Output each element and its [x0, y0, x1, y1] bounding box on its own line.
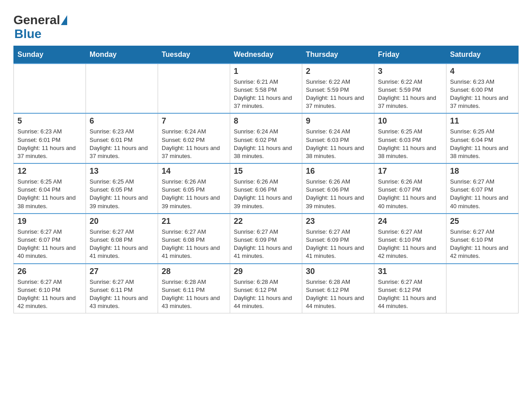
- day-info: Sunrise: 6:27 AM Sunset: 6:11 PM Dayligh…: [90, 278, 154, 311]
- day-number: 28: [162, 267, 226, 276]
- day-info: Sunrise: 6:25 AM Sunset: 6:03 PM Dayligh…: [378, 128, 442, 160]
- calendar-cell: [158, 64, 230, 114]
- header: General Blue: [13, 9, 519, 41]
- day-info: Sunrise: 6:27 AM Sunset: 6:08 PM Dayligh…: [90, 228, 154, 261]
- day-number: 15: [234, 167, 298, 176]
- calendar-cell: 8Sunrise: 6:24 AM Sunset: 6:02 PM Daylig…: [230, 113, 302, 163]
- logo-blue-text: Blue: [14, 27, 42, 41]
- calendar-week-row-4: 19Sunrise: 6:27 AM Sunset: 6:07 PM Dayli…: [14, 214, 519, 264]
- logo-triangle-icon: [61, 15, 67, 25]
- day-info: Sunrise: 6:26 AM Sunset: 6:05 PM Dayligh…: [162, 178, 226, 210]
- day-number: 27: [90, 267, 154, 276]
- calendar-cell: 10Sunrise: 6:25 AM Sunset: 6:03 PM Dayli…: [374, 113, 446, 163]
- weekday-header-wednesday: Wednesday: [230, 46, 302, 64]
- day-number: 29: [234, 267, 298, 276]
- day-info: Sunrise: 6:27 AM Sunset: 6:09 PM Dayligh…: [234, 228, 298, 261]
- calendar-cell: 22Sunrise: 6:27 AM Sunset: 6:09 PM Dayli…: [230, 214, 302, 264]
- calendar-cell: 4Sunrise: 6:23 AM Sunset: 6:00 PM Daylig…: [446, 64, 519, 114]
- weekday-header-tuesday: Tuesday: [158, 46, 230, 64]
- day-info: Sunrise: 6:22 AM Sunset: 5:59 PM Dayligh…: [306, 78, 370, 111]
- calendar-cell: 7Sunrise: 6:24 AM Sunset: 6:02 PM Daylig…: [158, 113, 230, 163]
- day-info: Sunrise: 6:27 AM Sunset: 6:07 PM Dayligh…: [450, 178, 515, 210]
- calendar-cell: [86, 64, 158, 114]
- day-info: Sunrise: 6:24 AM Sunset: 6:02 PM Dayligh…: [234, 128, 298, 160]
- calendar-cell: 29Sunrise: 6:28 AM Sunset: 6:12 PM Dayli…: [230, 264, 302, 313]
- calendar-cell: 19Sunrise: 6:27 AM Sunset: 6:07 PM Dayli…: [14, 214, 86, 264]
- day-info: Sunrise: 6:24 AM Sunset: 6:02 PM Dayligh…: [162, 128, 226, 160]
- calendar-cell: 23Sunrise: 6:27 AM Sunset: 6:09 PM Dayli…: [302, 214, 374, 264]
- day-number: 4: [450, 67, 515, 76]
- calendar-cell: 15Sunrise: 6:26 AM Sunset: 6:06 PM Dayli…: [230, 163, 302, 214]
- day-info: Sunrise: 6:26 AM Sunset: 6:06 PM Dayligh…: [306, 178, 370, 210]
- calendar-week-row-5: 26Sunrise: 6:27 AM Sunset: 6:10 PM Dayli…: [14, 264, 519, 313]
- day-info: Sunrise: 6:28 AM Sunset: 6:12 PM Dayligh…: [234, 278, 298, 311]
- day-number: 22: [234, 217, 298, 226]
- calendar-cell: 11Sunrise: 6:25 AM Sunset: 6:04 PM Dayli…: [446, 113, 519, 163]
- day-number: 26: [17, 267, 82, 276]
- day-info: Sunrise: 6:21 AM Sunset: 5:58 PM Dayligh…: [234, 78, 298, 111]
- calendar-cell: 3Sunrise: 6:22 AM Sunset: 5:59 PM Daylig…: [374, 64, 446, 114]
- calendar-cell: 26Sunrise: 6:27 AM Sunset: 6:10 PM Dayli…: [14, 264, 86, 313]
- day-info: Sunrise: 6:26 AM Sunset: 6:07 PM Dayligh…: [378, 178, 442, 210]
- day-number: 17: [378, 167, 442, 176]
- calendar-cell: 14Sunrise: 6:26 AM Sunset: 6:05 PM Dayli…: [158, 163, 230, 214]
- calendar-cell: 13Sunrise: 6:25 AM Sunset: 6:05 PM Dayli…: [86, 163, 158, 214]
- day-info: Sunrise: 6:27 AM Sunset: 6:09 PM Dayligh…: [306, 228, 370, 261]
- day-number: 18: [450, 167, 515, 176]
- day-number: 16: [306, 167, 370, 176]
- day-number: 3: [378, 67, 442, 76]
- day-number: 6: [90, 116, 154, 126]
- day-number: 10: [378, 116, 442, 126]
- day-info: Sunrise: 6:27 AM Sunset: 6:10 PM Dayligh…: [450, 228, 515, 261]
- calendar-cell: 27Sunrise: 6:27 AM Sunset: 6:11 PM Dayli…: [86, 264, 158, 313]
- day-number: 13: [90, 167, 154, 176]
- day-number: 9: [306, 116, 370, 126]
- day-number: 5: [17, 116, 82, 126]
- day-info: Sunrise: 6:23 AM Sunset: 6:00 PM Dayligh…: [450, 78, 515, 111]
- calendar-cell: 25Sunrise: 6:27 AM Sunset: 6:10 PM Dayli…: [446, 214, 519, 264]
- day-info: Sunrise: 6:27 AM Sunset: 6:10 PM Dayligh…: [378, 228, 442, 261]
- day-info: Sunrise: 6:27 AM Sunset: 6:12 PM Dayligh…: [378, 278, 442, 311]
- logo: General Blue: [13, 13, 68, 41]
- calendar-week-row-1: 1Sunrise: 6:21 AM Sunset: 5:58 PM Daylig…: [14, 64, 519, 114]
- day-info: Sunrise: 6:28 AM Sunset: 6:11 PM Dayligh…: [162, 278, 226, 311]
- day-number: 14: [162, 167, 226, 176]
- calendar-cell: 17Sunrise: 6:26 AM Sunset: 6:07 PM Dayli…: [374, 163, 446, 214]
- weekday-header-row: SundayMondayTuesdayWednesdayThursdayFrid…: [14, 46, 519, 64]
- weekday-header-saturday: Saturday: [446, 46, 519, 64]
- calendar-cell: 1Sunrise: 6:21 AM Sunset: 5:58 PM Daylig…: [230, 64, 302, 114]
- day-number: 24: [378, 217, 442, 226]
- day-info: Sunrise: 6:24 AM Sunset: 6:03 PM Dayligh…: [306, 128, 370, 160]
- weekday-header-monday: Monday: [86, 46, 158, 64]
- day-info: Sunrise: 6:27 AM Sunset: 6:07 PM Dayligh…: [17, 228, 82, 261]
- day-number: 12: [17, 167, 82, 176]
- day-info: Sunrise: 6:25 AM Sunset: 6:04 PM Dayligh…: [450, 128, 515, 160]
- calendar-table: SundayMondayTuesdayWednesdayThursdayFrid…: [13, 46, 519, 314]
- calendar-cell: 31Sunrise: 6:27 AM Sunset: 6:12 PM Dayli…: [374, 264, 446, 313]
- day-number: 21: [162, 217, 226, 226]
- logo-general-text: General: [13, 13, 60, 27]
- day-info: Sunrise: 6:27 AM Sunset: 6:10 PM Dayligh…: [17, 278, 82, 311]
- calendar-cell: 30Sunrise: 6:28 AM Sunset: 6:12 PM Dayli…: [302, 264, 374, 313]
- day-info: Sunrise: 6:26 AM Sunset: 6:06 PM Dayligh…: [234, 178, 298, 210]
- weekday-header-friday: Friday: [374, 46, 446, 64]
- day-info: Sunrise: 6:25 AM Sunset: 6:05 PM Dayligh…: [90, 178, 154, 210]
- day-number: 7: [162, 116, 226, 126]
- calendar-header: SundayMondayTuesdayWednesdayThursdayFrid…: [14, 46, 519, 64]
- day-number: 11: [450, 116, 515, 126]
- calendar-cell: 9Sunrise: 6:24 AM Sunset: 6:03 PM Daylig…: [302, 113, 374, 163]
- day-number: 25: [450, 217, 515, 226]
- calendar-body: 1Sunrise: 6:21 AM Sunset: 5:58 PM Daylig…: [14, 64, 519, 313]
- day-info: Sunrise: 6:27 AM Sunset: 6:08 PM Dayligh…: [162, 228, 226, 261]
- day-number: 23: [306, 217, 370, 226]
- calendar-cell: 2Sunrise: 6:22 AM Sunset: 5:59 PM Daylig…: [302, 64, 374, 114]
- day-number: 20: [90, 217, 154, 226]
- calendar-cell: [446, 264, 519, 313]
- day-number: 1: [234, 67, 298, 76]
- day-number: 8: [234, 116, 298, 126]
- day-info: Sunrise: 6:23 AM Sunset: 6:01 PM Dayligh…: [17, 128, 82, 160]
- day-number: 2: [306, 67, 370, 76]
- calendar-week-row-3: 12Sunrise: 6:25 AM Sunset: 6:04 PM Dayli…: [14, 163, 519, 214]
- calendar-week-row-2: 5Sunrise: 6:23 AM Sunset: 6:01 PM Daylig…: [14, 113, 519, 163]
- calendar-cell: 20Sunrise: 6:27 AM Sunset: 6:08 PM Dayli…: [86, 214, 158, 264]
